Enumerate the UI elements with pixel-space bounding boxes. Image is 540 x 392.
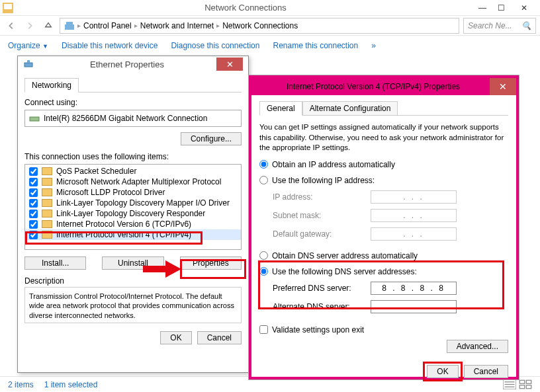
ip-address-input: . . . — [371, 190, 457, 204]
items-listbox[interactable]: QoS Packet Scheduler Microsoft Network A… — [24, 164, 242, 250]
radio-ip-manual[interactable]: Use the following IP address: — [259, 176, 508, 185]
list-item: Internet Protocol Version 6 (TCP/IPv6) — [25, 219, 241, 229]
breadcrumb[interactable]: ▸ Control Panel ▸ Network and Internet ▸… — [60, 18, 459, 34]
status-selected: 1 item selected — [44, 380, 98, 389]
item-checkbox[interactable] — [29, 178, 38, 186]
protocol-icon — [42, 188, 52, 196]
alt-dns-field: Alternate DNS server: . . . — [273, 300, 508, 313]
dialog-close-button[interactable]: ✕ — [216, 58, 243, 71]
list-item: QoS Packet Scheduler — [25, 166, 241, 176]
validate-checkbox[interactable] — [259, 325, 268, 334]
dialog-titlebar[interactable]: Internet Protocol Version 4 (TCP/IPv4) P… — [251, 78, 516, 95]
install-button[interactable]: Install... — [24, 256, 86, 270]
radio-dns-auto[interactable]: Obtain DNS server address automatically — [259, 251, 508, 260]
ethernet-properties-dialog: Ethernet Properties ✕ Networking Connect… — [17, 56, 249, 373]
validate-checkbox-row[interactable]: Validate settings upon exit — [259, 325, 508, 334]
svg-rect-11 — [526, 385, 531, 388]
item-checkbox[interactable] — [29, 210, 38, 218]
cancel-button[interactable]: Cancel — [464, 365, 508, 378]
tab-alternate[interactable]: Alternate Configuration — [302, 101, 398, 116]
properties-button[interactable]: Properties — [180, 256, 242, 270]
nav-up-button[interactable] — [41, 19, 56, 33]
protocol-icon — [42, 199, 52, 207]
nav-back-button[interactable] — [4, 19, 19, 33]
help-text: You can get IP settings assigned automat… — [259, 122, 508, 153]
items-label: This connection uses the following items… — [24, 152, 242, 161]
ip-address-field: IP address: . . . — [273, 190, 508, 204]
item-checkbox[interactable] — [29, 231, 38, 239]
adapter-box[interactable]: Intel(R) 82566DM Gigabit Network Connect… — [24, 110, 242, 127]
svg-rect-1 — [4, 4, 12, 9]
protocol-icon — [42, 167, 52, 175]
connect-using-label: Connect using: — [24, 98, 242, 107]
arrow-icon — [143, 259, 181, 279]
dialog-title: Ethernet Properties — [38, 59, 216, 69]
tabstrip: General Alternate Configuration — [259, 100, 508, 116]
item-checkbox[interactable] — [29, 220, 38, 229]
ok-button[interactable]: OK — [160, 331, 191, 344]
description-label: Description — [24, 276, 242, 286]
pref-dns-field: Preferred DNS server: 8 . 8 . 8 . 8 — [273, 282, 508, 295]
search-icon: 🔍 — [521, 21, 531, 30]
item-checkbox[interactable] — [29, 167, 38, 176]
item-checkbox[interactable] — [29, 199, 38, 208]
configure-button[interactable]: Configure... — [181, 132, 242, 145]
ethernet-icon — [23, 59, 34, 69]
protocol-icon — [42, 210, 52, 217]
view-large-icon[interactable] — [519, 379, 532, 390]
nav-forward-button[interactable] — [22, 19, 37, 33]
maximize-button[interactable]: ☐ — [492, 2, 510, 14]
titlebar: Network Connections — ☐ ✕ — [0, 0, 540, 16]
list-item-ipv4: Internet Protocol Version 4 (TCP/IPv4) — [25, 229, 241, 240]
item-checkbox[interactable] — [29, 188, 38, 197]
tab-networking[interactable]: Networking — [24, 78, 79, 93]
svg-rect-8 — [519, 380, 525, 383]
description-text: Transmission Control Protocol/Internet P… — [24, 287, 242, 323]
breadcrumb-item[interactable]: Control Panel — [83, 21, 132, 30]
ok-button[interactable]: OK — [427, 365, 458, 378]
svg-rect-13 — [27, 60, 30, 63]
svg-rect-14 — [30, 117, 39, 121]
cancel-button[interactable]: Cancel — [197, 331, 242, 344]
advanced-button[interactable]: Advanced... — [447, 340, 508, 353]
svg-rect-12 — [24, 63, 32, 67]
svg-rect-15 — [143, 266, 165, 272]
breadcrumb-item[interactable]: Network and Internet — [140, 21, 214, 30]
subnet-input: . . . — [371, 209, 457, 222]
search-input[interactable]: Search Ne... 🔍 — [463, 18, 536, 34]
svg-rect-3 — [66, 22, 73, 24]
dialog-title: Internet Protocol Version 4 (TCP/IPv4) P… — [257, 82, 490, 91]
protocol-icon — [42, 231, 52, 239]
navbar: ▸ Control Panel ▸ Network and Internet ▸… — [0, 16, 540, 36]
toolbar-rename[interactable]: Rename this connection — [273, 41, 358, 50]
list-item: Microsoft LLDP Protocol Driver — [25, 187, 241, 198]
toolbar-disable[interactable]: Disable this network device — [62, 41, 158, 50]
alt-dns-input[interactable]: . . . — [371, 300, 457, 313]
toolbar-overflow[interactable]: » — [371, 41, 376, 50]
tabstrip: Networking — [24, 77, 242, 93]
radio-dns-manual[interactable]: Use the following DNS server addresses: — [259, 267, 508, 276]
pref-dns-input[interactable]: 8 . 8 . 8 . 8 — [371, 282, 457, 295]
protocol-icon — [42, 178, 52, 186]
toolbar-diagnose[interactable]: Diagnose this connection — [171, 41, 259, 50]
subnet-field: Subnet mask: . . . — [273, 209, 508, 222]
svg-marker-16 — [165, 260, 181, 278]
toolbar: Organize ▼ Disable this network device D… — [0, 36, 540, 56]
window-title: Network Connections — [17, 3, 474, 13]
close-button[interactable]: ✕ — [511, 2, 537, 14]
svg-rect-2 — [65, 24, 74, 30]
dialog-titlebar[interactable]: Ethernet Properties ✕ — [18, 56, 248, 72]
status-items: 2 items — [8, 380, 34, 389]
adapter-name: Intel(R) 82566DM Gigabit Network Connect… — [44, 114, 207, 123]
svg-rect-9 — [526, 380, 531, 383]
svg-rect-10 — [519, 385, 525, 388]
window-icon — [3, 3, 13, 13]
radio-ip-auto[interactable]: Obtain an IP address automatically — [259, 160, 508, 169]
minimize-button[interactable]: — — [474, 2, 491, 14]
breadcrumb-item[interactable]: Network Connections — [222, 21, 298, 30]
breadcrumb-icon — [64, 20, 75, 31]
tab-general[interactable]: General — [259, 101, 302, 116]
toolbar-organize[interactable]: Organize ▼ — [8, 41, 48, 50]
dialog-close-button[interactable]: ✕ — [490, 78, 516, 95]
list-item: Link-Layer Topology Discovery Mapper I/O… — [25, 198, 241, 208]
